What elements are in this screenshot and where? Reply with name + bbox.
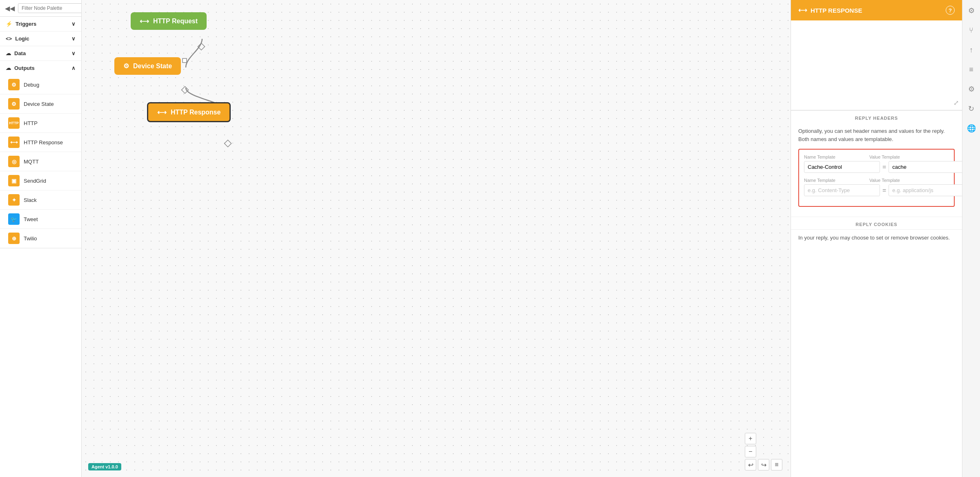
filter-input[interactable]: [18, 3, 82, 13]
reply-cookies-section: In your reply, you may choose to set or …: [791, 229, 962, 252]
section-triggers-header[interactable]: ⚡ Triggers ∨: [0, 17, 81, 31]
http-response-node-label: HTTP Response: [171, 109, 220, 116]
reply-headers-description: Optionally, you can set header names and…: [798, 127, 955, 143]
right-panel-header-left: ⟷ HTTP RESPONSE: [798, 7, 862, 14]
node-http-request[interactable]: ⟷ HTTP Request: [131, 12, 207, 30]
collapse-button[interactable]: ◀◀: [4, 4, 16, 13]
outputs-chevron: ∧: [71, 65, 76, 71]
sendgrid-icon: ▣: [8, 175, 20, 186]
header-value-input-2[interactable]: [889, 184, 962, 196]
name-template-label-1: Name Template: [804, 155, 869, 159]
section-outputs-header[interactable]: ☁ Outputs ∧: [0, 61, 81, 75]
section-data: ☁ Data ∨: [0, 46, 81, 61]
equals-sign-2: =: [882, 187, 886, 194]
sidebar-item-http[interactable]: HTTP HTTP: [0, 114, 81, 133]
mqtt-label: MQTT: [24, 159, 39, 165]
header-name-input-2[interactable]: [804, 184, 880, 196]
header-row-2: Name Template Value Template =: [804, 178, 949, 196]
sidebar-item-slack[interactable]: ✦ Slack: [0, 190, 81, 210]
device-state-icon: ⚙: [8, 98, 20, 110]
redo-button[interactable]: ↪: [758, 459, 769, 470]
right-panel-title: HTTP RESPONSE: [811, 7, 862, 14]
header-value-input-1[interactable]: [889, 161, 962, 173]
sidebar-item-http-response[interactable]: ⟷ HTTP Response: [0, 133, 81, 152]
node-device-state[interactable]: ⚙ Device State: [114, 57, 181, 75]
menu-button[interactable]: ≡: [771, 459, 782, 470]
mqtt-icon: ◎: [8, 156, 20, 167]
zoom-in-button[interactable]: +: [745, 433, 756, 444]
equals-sign-1: =: [882, 163, 886, 171]
debug-icon: ⚙: [8, 79, 20, 90]
triggers-label: Triggers: [16, 21, 36, 27]
http-request-node-icon: ⟷: [140, 17, 149, 25]
http-request-node-label: HTTP Request: [153, 18, 198, 25]
sidebar: ◀◀ ⚡ Triggers ∨ <> Logic ∨ ☁ Data: [0, 0, 82, 477]
icon-strip: ⚙ ⑂ ↑ ≡ ⚙ ↻ 🌐: [962, 0, 980, 477]
name-template-label-2: Name Template: [804, 178, 869, 183]
canvas-controls-row: ↩ ↪ ≡: [745, 459, 782, 470]
canvas[interactable]: ⟷ HTTP Request ⚙ Device State ⟷ HTTP Res…: [82, 0, 791, 477]
data-chevron: ∨: [71, 50, 76, 56]
sidebar-item-tweet[interactable]: 🐦 Tweet: [0, 210, 81, 229]
sidebar-header: ◀◀: [0, 0, 81, 17]
header-row-2-labels: Name Template Value Template: [804, 178, 949, 183]
reply-cookies-divider: REPLY COOKIES: [791, 217, 962, 229]
header-row-2-inputs: =: [804, 184, 949, 196]
outputs-label: Outputs: [14, 65, 35, 71]
agent-badge: Agent v1.0.0: [88, 463, 121, 470]
sidebar-item-sendgrid[interactable]: ▣ SendGrid: [0, 171, 81, 190]
svg-rect-0: [198, 43, 205, 50]
slack-icon: ✦: [8, 194, 20, 206]
expand-icon[interactable]: ⤢: [953, 99, 959, 107]
http-label: HTTP: [24, 120, 38, 126]
sidebar-item-twilio[interactable]: ⊕ Twilio: [0, 229, 81, 248]
section-data-header[interactable]: ☁ Data ∨: [0, 46, 81, 60]
section-triggers: ⚡ Triggers ∨: [0, 17, 81, 31]
undo-button[interactable]: ↩: [745, 459, 756, 470]
section-logic-header[interactable]: <> Logic ∨: [0, 31, 81, 46]
data-icon: ☁: [6, 50, 11, 56]
http-response-icon: ⟷: [8, 137, 20, 148]
value-template-label-2: Value Template: [869, 178, 949, 183]
sendgrid-label: SendGrid: [24, 178, 46, 184]
canvas-controls: + − ↩ ↪ ≡: [745, 433, 782, 470]
triggers-chevron: ∨: [71, 21, 76, 27]
strip-cog2-icon[interactable]: ⚙: [965, 83, 978, 96]
http-response-node-icon: ⟷: [157, 108, 167, 116]
logic-chevron: ∨: [71, 36, 76, 42]
sidebar-item-device-state[interactable]: ⚙ Device State: [0, 94, 81, 114]
right-panel-body: ⤢ REPLY HEADERS Optionally, you can set …: [791, 20, 962, 477]
right-panel-header: ⟷ HTTP RESPONSE ?: [791, 0, 962, 20]
outputs-icon: ☁: [6, 65, 11, 71]
node-http-response[interactable]: ⟷ HTTP Response: [147, 102, 231, 122]
svg-rect-2: [182, 87, 189, 94]
reply-headers-divider: REPLY HEADERS: [791, 110, 962, 123]
tweet-label: Tweet: [24, 216, 38, 222]
twilio-icon: ⊕: [8, 233, 20, 244]
strip-settings-icon[interactable]: ⚙: [965, 4, 978, 17]
right-panel-link-icon: ⟷: [798, 7, 807, 14]
headers-box: Name Template Value Template = − Name Te…: [798, 149, 955, 207]
http-response-label: HTTP Response: [24, 139, 63, 146]
strip-upload-icon[interactable]: ↑: [965, 43, 978, 56]
logic-icon: <>: [6, 36, 12, 42]
reply-cookies-description: In your reply, you may choose to set or …: [798, 234, 955, 242]
strip-layers-icon[interactable]: ≡: [965, 63, 978, 76]
strip-globe-icon[interactable]: 🌐: [965, 122, 978, 135]
panel-textarea-zone: ⤢: [791, 20, 962, 110]
twilio-label: Twilio: [24, 235, 37, 242]
right-panel-help-icon[interactable]: ?: [946, 6, 955, 15]
sidebar-item-debug[interactable]: ⚙ Debug: [0, 75, 81, 94]
reply-headers-section: Optionally, you can set header names and…: [791, 123, 962, 217]
strip-refresh-icon[interactable]: ↻: [965, 102, 978, 115]
section-logic: <> Logic ∨: [0, 31, 81, 46]
canvas-connectors: [82, 0, 791, 477]
zoom-out-button[interactable]: −: [745, 446, 756, 457]
debug-label: Debug: [24, 82, 39, 88]
right-panel: ⟷ HTTP RESPONSE ? ⤢ REPLY HEADERS Option…: [791, 0, 962, 477]
header-row-1-inputs: = −: [804, 161, 949, 173]
sidebar-item-mqtt[interactable]: ◎ MQTT: [0, 152, 81, 171]
section-outputs: ☁ Outputs ∧ ⚙ Debug ⚙ Device State HTTP …: [0, 61, 81, 249]
strip-fork-icon[interactable]: ⑂: [965, 24, 978, 37]
header-name-input-1[interactable]: [804, 161, 880, 173]
